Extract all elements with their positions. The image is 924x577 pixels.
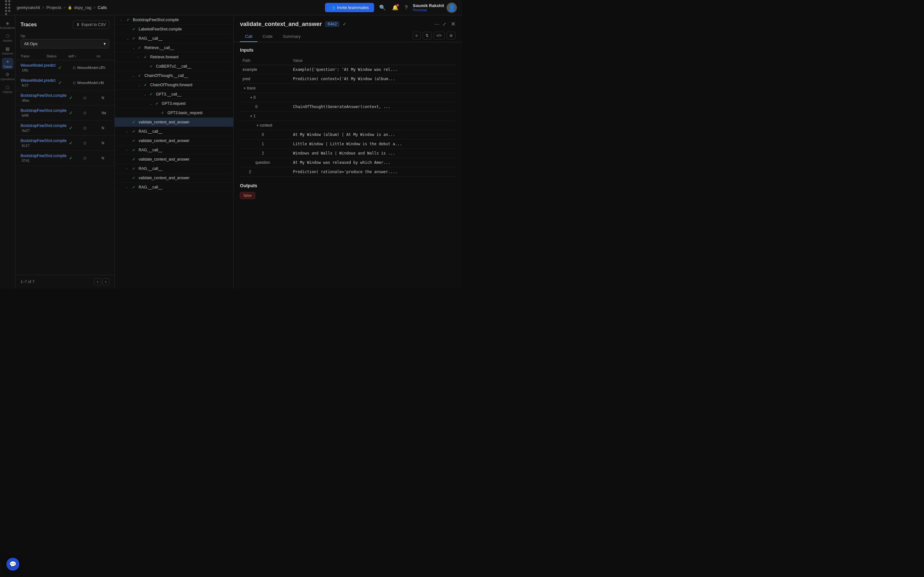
code-view-button[interactable]: </> <box>433 32 445 39</box>
tree-status-icon: ✓ <box>132 157 137 161</box>
list-item[interactable]: ✓ validate_context_and_answer <box>115 155 233 164</box>
list-item[interactable]: ⌄ ✓ Retrieve.__call__ <box>115 43 233 53</box>
list-item[interactable]: ✓ GPT3.basic_request <box>115 108 233 118</box>
path-label: 0 <box>262 132 264 137</box>
pagination-text: 1–7 of 7 <box>21 279 34 284</box>
chevron-icon[interactable]: › <box>121 18 124 22</box>
list-item[interactable]: › ✓ RAG.__call__ <box>115 127 233 136</box>
notifications-icon[interactable]: 🔔 <box>391 3 400 12</box>
next-page-button[interactable]: › <box>102 278 110 285</box>
search-icon[interactable]: 🔍 <box>378 3 387 12</box>
model-icon: ⬡ <box>83 111 86 115</box>
expand-row-button[interactable]: ▾ <box>242 86 247 90</box>
user-menu[interactable]: Soumik Rakshit Personal 👤 <box>413 3 457 13</box>
breadcrumb-sep2: > <box>63 5 66 10</box>
sidebar: ◈ Evaluations ⬡ Models ▦ Datasets ⌖ Trac… <box>0 15 15 288</box>
list-item[interactable]: ✓ validate_context_and_answer <box>115 118 233 127</box>
list-view-button[interactable]: ≡ <box>413 32 421 39</box>
table-row[interactable]: BootstrapFewShot.compile 4a27 ✓ ⬡ N <box>15 121 115 135</box>
expand-row-button[interactable]: ▾ <box>249 114 254 118</box>
table-row[interactable]: WeaveModel.predict fe27 ✓ ⬡ WeaveModel:v… <box>15 75 115 90</box>
tab-summary[interactable]: Summary <box>278 31 306 42</box>
chevron-icon[interactable]: ⌄ <box>132 74 136 77</box>
sort-button[interactable]: ⇅ <box>423 32 431 39</box>
list-item[interactable]: › ✓ BootstrapFewShot.compile <box>115 15 233 25</box>
detail-title: validate_context_and_answer <box>240 21 322 27</box>
close-panel-button[interactable]: ✕ <box>451 21 456 27</box>
list-item[interactable]: ⌄ ✓ GPT3.request <box>115 99 233 108</box>
chevron-icon[interactable]: › <box>126 185 130 189</box>
sidebar-item-models[interactable]: ⬡ Models <box>2 32 13 44</box>
model-icon: ⬡ <box>73 66 76 69</box>
list-item[interactable]: ✓ ColBERTv2.__call__ <box>115 62 233 71</box>
list-item[interactable]: ⌄ ✓ ChainOfThought.forward <box>115 81 233 90</box>
trace-id: 4a27 <box>22 129 29 132</box>
value-cell <box>290 84 456 93</box>
list-item[interactable]: ✓ LabeledFewShot.compile <box>115 25 233 34</box>
tree-status-icon: ✓ <box>132 129 137 134</box>
topnav-right: 👥 Invite teammates 🔍 🔔 ? Soumik Rakshit … <box>325 3 457 13</box>
list-item[interactable]: › ✓ RAG.__call__ <box>115 164 233 173</box>
col-header-status: Status <box>47 54 66 58</box>
chevron-icon[interactable]: › <box>138 55 142 59</box>
expand-row-button[interactable]: ▾ <box>255 123 260 127</box>
path-label: 1 <box>254 114 256 118</box>
more-options-button[interactable]: ··· <box>435 21 439 27</box>
list-item[interactable]: ⌄ ✓ RAG.__call__ <box>115 34 233 43</box>
table-row[interactable]: BootstrapFewShot.compile 0741 ✓ ⬡ N <box>15 151 115 166</box>
tab-call[interactable]: Call <box>240 31 257 42</box>
trace-name: BootstrapFewShot.compile <box>21 153 66 158</box>
tree-status-icon: ✓ <box>132 166 137 171</box>
breadcrumb-projects[interactable]: Projects <box>47 5 61 10</box>
chevron-icon[interactable]: ⌄ <box>144 93 148 96</box>
tab-code[interactable]: Code <box>257 31 278 42</box>
path-cell: 0 <box>240 102 290 111</box>
expand-panel-button[interactable]: ⤢ <box>443 21 446 27</box>
list-item[interactable]: ✓ validate_context_and_answer <box>115 136 233 145</box>
path-cell: example <box>240 65 290 74</box>
table-row[interactable]: BootstrapFewShot.compile d8ac ✓ ⬡ N <box>15 90 115 105</box>
model-icon: ⬡ <box>73 81 76 85</box>
filter-button[interactable]: ⊘ <box>447 32 456 39</box>
trace-name: WeaveModel.predict <box>21 78 55 83</box>
inputs-table: Path Value example Example({'question': … <box>240 56 456 177</box>
list-item[interactable]: › ✓ RAG.__call__ <box>115 145 233 155</box>
breadcrumb-project[interactable]: geekyrakshit <box>17 5 40 10</box>
op-select[interactable]: All Ops ▾ <box>21 39 110 48</box>
chevron-icon[interactable]: ⌄ <box>138 83 142 87</box>
table-row[interactable]: WeaveModel.predict 1f8c ✓ ⬡ WeaveModel:v… <box>15 60 115 75</box>
sidebar-item-datasets[interactable]: ▦ Datasets <box>2 45 13 56</box>
sidebar-item-operations[interactable]: ⚙ Operations <box>2 71 13 82</box>
path-label: trace <box>247 86 256 90</box>
sidebar-item-evaluations[interactable]: ◈ Evaluations <box>2 19 13 31</box>
list-item[interactable]: › ✓ RAG.__call__ <box>115 183 233 192</box>
chevron-icon[interactable]: › <box>126 167 130 171</box>
col-header-trace: Trace <box>21 54 44 58</box>
tree-item-label: LabeledFewShot.compile <box>139 27 182 31</box>
path-header: Path <box>240 56 290 65</box>
app-logo[interactable] <box>5 0 13 15</box>
pagination-buttons: ‹ › <box>94 278 110 285</box>
export-csv-button[interactable]: ⬆ Export to CSV <box>73 21 110 29</box>
chevron-icon[interactable]: ⌄ <box>132 46 136 50</box>
chevron-icon[interactable]: ⌄ <box>126 37 130 40</box>
path-cell: 1 <box>240 139 290 149</box>
chevron-icon[interactable]: › <box>126 148 130 152</box>
chevron-icon[interactable]: › <box>126 130 130 133</box>
list-item[interactable]: › ✓ Retrieve.forward <box>115 53 233 62</box>
expand-row-button[interactable]: ▾ <box>249 95 254 100</box>
list-item[interactable]: ⌄ ✓ GPT3.__call__ <box>115 90 233 99</box>
table-row[interactable]: BootstrapFewShot.compile bf46 ✓ ⬡ Na <box>15 105 115 121</box>
breadcrumb-repo[interactable]: dspy_rag <box>74 5 91 10</box>
trace-id: 6c17 <box>22 143 29 147</box>
chevron-icon[interactable]: ⌄ <box>150 102 153 105</box>
prev-page-button[interactable]: ‹ <box>94 278 101 285</box>
sidebar-item-objects[interactable]: ◻ Objects <box>2 83 13 95</box>
detail-tabs-row: Call Code Summary ≡ ⇅ </> ⊘ <box>240 31 456 42</box>
help-icon[interactable]: ? <box>404 3 409 12</box>
sidebar-item-traces[interactable]: ⌖ Traces <box>2 58 13 69</box>
list-item[interactable]: ✓ validate_context_and_answer <box>115 173 233 183</box>
list-item[interactable]: ⌄ ✓ ChainOfThought.__call__ <box>115 71 233 81</box>
invite-teammates-button[interactable]: 👥 Invite teammates <box>325 3 374 12</box>
table-row[interactable]: BootstrapFewShot.compile 6c17 ✓ ⬡ N <box>15 135 115 151</box>
